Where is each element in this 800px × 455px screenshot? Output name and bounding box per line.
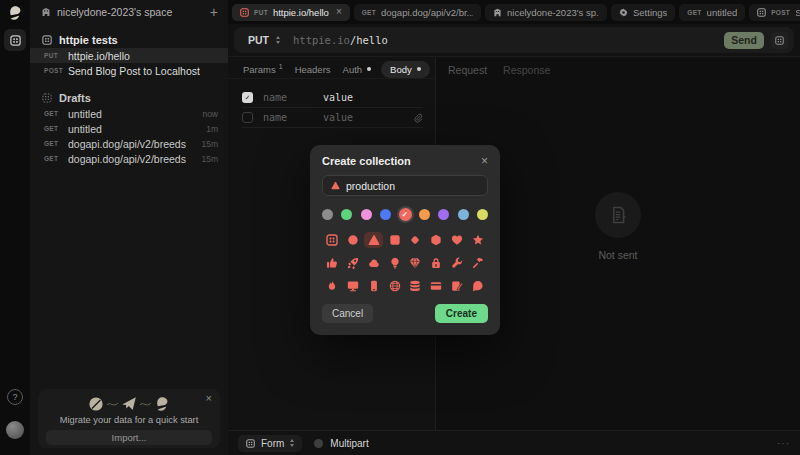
icon-option-triangle[interactable]: [364, 232, 383, 248]
body-type-select[interactable]: Form: [238, 435, 302, 452]
tab-untitled[interactable]: GETuntitled: [679, 4, 745, 21]
tab-dogapi-dog-api-v2-br-[interactable]: GETdogapi.dog/api/v2/br...: [354, 4, 481, 21]
tab-method: POST: [771, 9, 790, 16]
editor-tab-auth[interactable]: Auth: [341, 61, 374, 78]
editor-tab-headers[interactable]: Headers: [293, 61, 333, 78]
body-form-rows: ✓namevaluenamevalue: [228, 88, 435, 128]
toggle-dot-icon: [314, 439, 323, 448]
sidebar-draft-item[interactable]: GETuntitlednow: [30, 106, 228, 121]
spaces-grid-button[interactable]: [4, 29, 26, 51]
color-swatch-selected[interactable]: ✓: [397, 206, 414, 223]
icon-option-phone[interactable]: [364, 278, 383, 294]
name-input[interactable]: name: [263, 112, 313, 123]
icon-option-heart[interactable]: [447, 232, 466, 248]
layout-button[interactable]: [771, 32, 788, 49]
send-button[interactable]: Send: [724, 32, 764, 49]
help-button[interactable]: ?: [7, 389, 23, 405]
square-icon: [389, 234, 401, 246]
icon-option-credit-card[interactable]: [427, 278, 446, 294]
icon-option-wrench[interactable]: [447, 255, 466, 271]
color-swatch[interactable]: [322, 209, 333, 220]
icon-option-hammer[interactable]: [468, 255, 487, 271]
icon-option-gem[interactable]: [406, 255, 425, 271]
hammer-icon: [472, 257, 484, 269]
new-request-button[interactable]: +: [210, 5, 218, 19]
request-method: POST: [44, 67, 68, 74]
collection-name-input[interactable]: [346, 180, 479, 192]
not-sent-label: Not sent: [598, 249, 637, 261]
close-icon[interactable]: ×: [206, 393, 212, 404]
tab-settings[interactable]: Settings: [611, 4, 675, 21]
close-icon[interactable]: ×: [481, 155, 488, 167]
cancel-button[interactable]: Cancel: [322, 304, 373, 323]
icon-grid: [322, 232, 488, 294]
icon-option-globe[interactable]: [385, 278, 404, 294]
request-name: httpie.io/hello: [68, 50, 130, 62]
icon-option-hexagon[interactable]: [427, 232, 446, 248]
import-button[interactable]: Import...: [46, 430, 212, 445]
collection-header[interactable]: httpie tests: [30, 31, 228, 48]
tab-request[interactable]: Request: [448, 64, 487, 76]
icon-option-square[interactable]: [385, 232, 404, 248]
icon-option-monitor[interactable]: [344, 278, 363, 294]
color-swatch[interactable]: [438, 209, 449, 220]
multipart-toggle[interactable]: Multipart: [314, 438, 368, 449]
icon-option-flame[interactable]: [323, 278, 342, 294]
editor-tab-label: Body: [390, 64, 412, 75]
sidebar-draft-item[interactable]: GETuntitled1m: [30, 121, 228, 136]
sidebar-request-item[interactable]: PUThttpie.io/hello: [30, 48, 228, 63]
request-name: dogapi.dog/api/v2/breeds: [68, 138, 186, 150]
name-input[interactable]: name: [263, 92, 313, 103]
icon-option-cloud[interactable]: [364, 255, 383, 271]
row-checkbox[interactable]: [242, 112, 253, 123]
avatar[interactable]: [6, 421, 24, 439]
tab-send-blog-post[interactable]: POSTSend Blog Post: [749, 4, 800, 21]
drafts-header[interactable]: Drafts: [30, 89, 228, 106]
color-swatch[interactable]: [341, 209, 352, 220]
cloud-icon: [368, 257, 380, 269]
editor-tab-params[interactable]: Params1: [241, 61, 285, 78]
icon-option-lock[interactable]: [427, 255, 446, 271]
icon-option-lightbulb[interactable]: [385, 255, 404, 271]
sidebar: nicelydone-2023's space + httpie tests P…: [30, 0, 228, 455]
request-method: GET: [44, 125, 68, 132]
workspace-header[interactable]: nicelydone-2023's space +: [30, 0, 228, 24]
color-swatch[interactable]: [419, 209, 430, 220]
tab-nicelydone-2023-s-sp-[interactable]: nicelydone-2023's sp...: [485, 4, 607, 21]
request-name: untitled: [68, 123, 102, 135]
color-swatch[interactable]: [380, 209, 391, 220]
editor-tab-label: Auth: [343, 64, 363, 75]
color-swatch[interactable]: [477, 209, 488, 220]
icon-option-grid[interactable]: [323, 232, 342, 248]
method-select[interactable]: PUT: [248, 34, 269, 46]
editor-tabs: Params1HeadersAuthBody</>: [228, 58, 435, 79]
icon-option-thumbs-up[interactable]: [323, 255, 342, 271]
icon-option-star[interactable]: [468, 232, 487, 248]
value-input[interactable]: value: [323, 92, 353, 103]
icon-option-diamond[interactable]: [406, 232, 425, 248]
row-checkbox[interactable]: ✓: [242, 92, 253, 103]
editor-tab-body[interactable]: Body: [381, 61, 430, 78]
icon-option-rocket[interactable]: [344, 255, 363, 271]
close-icon[interactable]: ×: [336, 7, 342, 17]
sidebar-draft-item[interactable]: GETdogapi.dog/api/v2/breeds15m: [30, 136, 228, 151]
sidebar-draft-item[interactable]: GETdogapi.dog/api/v2/breeds15m: [30, 151, 228, 166]
sidebar-request-item[interactable]: POSTSend Blog Post to Localhost: [30, 63, 228, 78]
method-sort-icon: [276, 36, 280, 44]
url-input[interactable]: httpie.io/hello: [293, 34, 717, 46]
icon-option-database[interactable]: [406, 278, 425, 294]
tab-label: nicelydone-2023's sp...: [507, 7, 599, 18]
value-input[interactable]: value: [323, 112, 353, 123]
create-button[interactable]: Create: [435, 304, 488, 323]
tab-response[interactable]: Response: [503, 64, 550, 76]
viewer-tabs: Request Response: [436, 58, 800, 79]
editor-tab-label: Headers: [295, 64, 331, 75]
icon-option-compose[interactable]: [447, 278, 466, 294]
color-swatch[interactable]: [458, 209, 469, 220]
icon-option-chat[interactable]: [468, 278, 487, 294]
more-options-icon[interactable]: ···: [777, 438, 790, 449]
tab-httpie-io-hello[interactable]: PUThttpie.io/hello×: [232, 4, 350, 21]
color-swatch[interactable]: [361, 209, 372, 220]
flame-icon: [326, 280, 338, 292]
icon-option-circle[interactable]: [344, 232, 363, 248]
